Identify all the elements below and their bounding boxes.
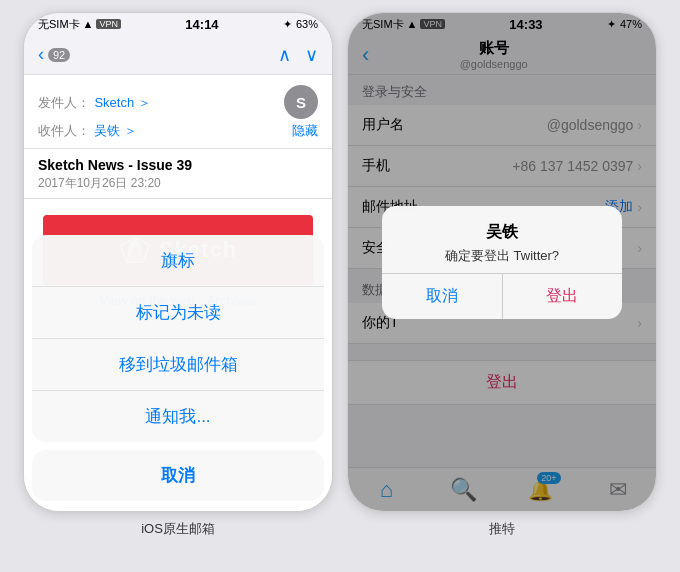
- to-name[interactable]: 吴铁 ＞: [94, 123, 137, 138]
- action-sheet-main: 旗标 标记为未读 移到垃圾邮件箱 通知我...: [32, 235, 324, 442]
- left-wifi-icon: ▲: [83, 18, 94, 30]
- action-cancel-button[interactable]: 取消: [32, 450, 324, 501]
- dialog-logout-button[interactable]: 登出: [503, 274, 623, 319]
- left-phone-label: iOS原生邮箱: [141, 520, 215, 538]
- action-mark-unread[interactable]: 标记为未读: [32, 287, 324, 339]
- left-carrier: 无SIM卡: [38, 17, 80, 32]
- to-label: 收件人：: [38, 123, 90, 138]
- down-arrow-icon[interactable]: ∨: [305, 44, 318, 66]
- dialog-cancel-button[interactable]: 取消: [382, 274, 503, 319]
- left-bt-icon: ✦: [283, 18, 292, 31]
- email-subject-area: Sketch News - Issue 39 2017年10月26日 23:20: [24, 149, 332, 199]
- dialog-buttons: 取消 登出: [382, 274, 622, 319]
- left-time: 14:14: [185, 17, 218, 32]
- dialog-title-area: 吴铁 确定要登出 Twitter?: [382, 206, 622, 273]
- dialog-overlay: 吴铁 确定要登出 Twitter? 取消 登出: [348, 13, 656, 511]
- from-name[interactable]: Sketch ＞: [94, 95, 150, 110]
- email-date: 2017年10月26日 23:20: [38, 175, 318, 192]
- email-header: 发件人： Sketch ＞ S 收件人： 吴铁 ＞ 隐藏: [24, 75, 332, 149]
- right-phone-screen: 无SIM卡 ▲ VPN 14:33 ✦ 47% ‹ 账号 @goldsenggo…: [347, 12, 657, 512]
- up-arrow-icon[interactable]: ∧: [278, 44, 291, 66]
- left-nav-arrows[interactable]: ∧ ∨: [278, 44, 318, 66]
- action-flag[interactable]: 旗标: [32, 235, 324, 287]
- left-badge: 92: [48, 48, 70, 62]
- hide-button[interactable]: 隐藏: [292, 122, 318, 140]
- left-battery: 63%: [296, 18, 318, 30]
- dialog-title: 吴铁: [398, 222, 606, 243]
- action-sheet-overlay: 旗标 标记为未读 移到垃圾邮件箱 通知我... 取消: [24, 235, 332, 511]
- sender-avatar: S: [284, 85, 318, 119]
- from-label: 发件人：: [38, 95, 90, 110]
- left-nav-bar: ‹ 92 ∧ ∨: [24, 35, 332, 75]
- left-phone-screen: 无SIM卡 ▲ VPN 14:14 ✦ 63% ‹ 92 ∧ ∨: [23, 12, 333, 512]
- left-back-chevron: ‹: [38, 44, 44, 65]
- left-back-button[interactable]: ‹ 92: [38, 44, 70, 65]
- dialog-message: 确定要登出 Twitter?: [398, 247, 606, 265]
- action-move-trash[interactable]: 移到垃圾邮件箱: [32, 339, 324, 391]
- left-status-bar: 无SIM卡 ▲ VPN 14:14 ✦ 63%: [24, 13, 332, 35]
- left-vpn-badge: VPN: [96, 19, 121, 29]
- logout-dialog: 吴铁 确定要登出 Twitter? 取消 登出: [382, 206, 622, 319]
- email-subject: Sketch News - Issue 39: [38, 157, 318, 173]
- right-phone-label: 推特: [489, 520, 515, 538]
- action-notify[interactable]: 通知我...: [32, 391, 324, 442]
